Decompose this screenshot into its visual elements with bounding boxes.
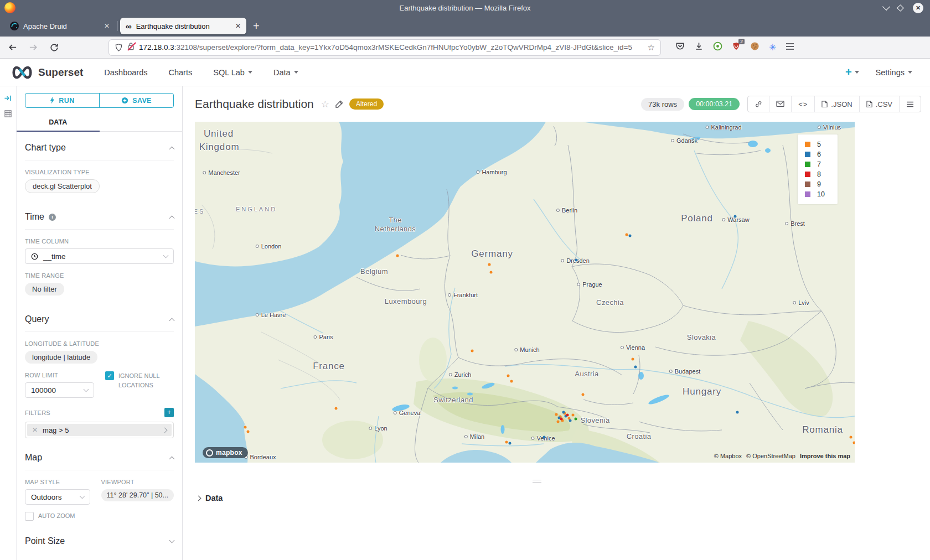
tab-data[interactable]: DATA: [17, 115, 100, 132]
settings-menu[interactable]: Settings: [876, 68, 912, 77]
add-new-button[interactable]: +: [845, 66, 859, 79]
reload-button[interactable]: [45, 43, 63, 52]
time-range-value[interactable]: No filter: [25, 283, 64, 295]
section-map[interactable]: Map: [25, 442, 174, 470]
brand-name[interactable]: Superset: [38, 66, 83, 79]
scatter-point: [582, 393, 585, 396]
shield-icon[interactable]: [115, 43, 123, 52]
cookie-icon[interactable]: [750, 42, 760, 53]
window-close-icon[interactable]: ✕: [913, 3, 923, 13]
panel-tabs: DATA: [17, 115, 182, 132]
row-limit-value: 100000: [31, 386, 56, 395]
more-menu-button[interactable]: [899, 96, 921, 112]
nav-dashboards[interactable]: Dashboards: [104, 68, 147, 77]
scatter-point: [560, 418, 563, 421]
email-button[interactable]: [769, 96, 791, 112]
tab-earthquake-distribution[interactable]: ∞ Earthquake distribution ✕: [120, 18, 246, 34]
new-tab-button[interactable]: +: [253, 20, 260, 33]
osm-attribution-link[interactable]: © OpenStreetMap: [746, 453, 795, 459]
scatter-point: [634, 366, 637, 369]
scatter-point: [471, 350, 474, 352]
nav-data[interactable]: Data: [273, 68, 298, 77]
url-path: :32108/superset/explore/?form_data_key=1…: [174, 43, 632, 51]
superset-logo-icon[interactable]: [10, 65, 34, 80]
nav-charts[interactable]: Charts: [169, 68, 193, 77]
download-icon[interactable]: [694, 42, 704, 53]
filter-chip[interactable]: ✕ mag > 5: [25, 422, 174, 438]
pocket-icon[interactable]: [675, 42, 685, 53]
ignore-null-checkbox[interactable]: ✓: [105, 371, 114, 380]
edit-icon[interactable]: [335, 100, 344, 108]
altered-badge[interactable]: Altered: [349, 98, 384, 110]
back-button[interactable]: [3, 43, 21, 52]
map-style-select[interactable]: Outdoors: [25, 489, 90, 505]
row-limit-select[interactable]: 100000: [25, 382, 94, 398]
bookmark-star-icon[interactable]: ☆: [648, 43, 655, 53]
map-label: Netherlands: [375, 225, 416, 233]
extension-asterisk-icon[interactable]: ✳: [769, 43, 776, 52]
mapbox-wordmark: mapbox: [216, 449, 242, 457]
legend-swatch: [805, 172, 810, 177]
auto-zoom-checkbox[interactable]: [25, 512, 34, 521]
section-query[interactable]: Query: [25, 303, 174, 332]
export-csv-button[interactable]: .CSV: [859, 96, 899, 112]
dataset-grid-icon[interactable]: [4, 110, 12, 118]
deckgl-scatter-map[interactable]: UnitedKingdomManchesterENGLANDESLondonLe…: [195, 122, 855, 463]
resize-strip: [195, 463, 930, 494]
tab-close-icon[interactable]: ✕: [104, 22, 110, 30]
chevron-right-icon: [196, 495, 202, 501]
scatter-point: [626, 234, 628, 236]
mapbox-logo[interactable]: mapbox: [203, 447, 248, 458]
viz-type-value[interactable]: deck.gl Scatterplot: [25, 179, 100, 193]
viewport-label: VIEWPORT: [101, 479, 174, 485]
superset-navbar: Superset Dashboards Charts SQL Lab Data …: [0, 59, 930, 86]
time-column-select[interactable]: __time: [25, 248, 174, 264]
insecure-lock-icon[interactable]: [127, 42, 135, 53]
window-maximize-icon[interactable]: [897, 4, 904, 12]
settings-label: Settings: [876, 68, 905, 77]
privacy-badger-icon[interactable]: [713, 42, 722, 53]
tab-apache-druid[interactable]: Apache Druid ✕: [4, 18, 115, 34]
panel-resize-handle[interactable]: [533, 478, 541, 483]
add-filter-button[interactable]: +: [164, 408, 174, 417]
improve-map-link[interactable]: Improve this map: [800, 453, 850, 459]
code-icon: <>: [798, 100, 808, 108]
data-results-section[interactable]: Data: [197, 494, 930, 502]
file-icon: [866, 101, 872, 108]
section-point-size[interactable]: Point Size: [25, 525, 174, 553]
tab-close-icon[interactable]: ✕: [235, 22, 241, 30]
legend-item: 7: [798, 159, 838, 169]
copy-link-button[interactable]: [748, 96, 769, 112]
nav-sql-lab[interactable]: SQL Lab: [213, 68, 252, 77]
ublock-shield-icon[interactable]: 2: [732, 42, 741, 53]
forward-button[interactable]: [24, 43, 42, 52]
map-label: Germany: [471, 248, 513, 260]
map-label: Belgium: [360, 267, 388, 276]
remove-filter-icon[interactable]: ✕: [32, 426, 38, 434]
scatter-point: [543, 436, 546, 439]
favorite-star-icon[interactable]: ☆: [321, 98, 329, 110]
map-label: France: [313, 361, 345, 372]
map-label: Luxembourg: [385, 297, 427, 305]
menu-hamburger-icon[interactable]: [786, 43, 794, 53]
lonlat-value[interactable]: longitude | latitude: [25, 351, 97, 364]
query-timer-badge: 00:00:03.21: [689, 98, 740, 110]
save-button[interactable]: SAVE: [99, 93, 174, 108]
embed-code-button[interactable]: <>: [791, 96, 814, 112]
collapse-panel-icon[interactable]: [4, 94, 12, 102]
map-label: Kaliningrad: [705, 124, 741, 131]
mapbox-attribution-link[interactable]: © Mapbox: [714, 453, 742, 459]
nav-label: Dashboards: [104, 68, 147, 77]
viewport-value[interactable]: 11° 28' 29.70" | 50...: [101, 489, 174, 501]
run-button[interactable]: RUN: [25, 93, 100, 108]
url-field[interactable]: 172.18.0.3:32108/superset/explore/?form_…: [108, 39, 661, 56]
nav-label: SQL Lab: [213, 68, 245, 77]
section-time[interactable]: Time i: [25, 201, 174, 230]
export-json-button[interactable]: .JSON: [814, 96, 859, 112]
basemap: [195, 122, 855, 463]
legend-label: 10: [817, 190, 825, 198]
window-minimize-icon[interactable]: [882, 3, 890, 11]
legend-swatch: [805, 162, 810, 167]
druid-favicon: [10, 22, 19, 30]
section-chart-type[interactable]: Chart type: [25, 132, 174, 160]
